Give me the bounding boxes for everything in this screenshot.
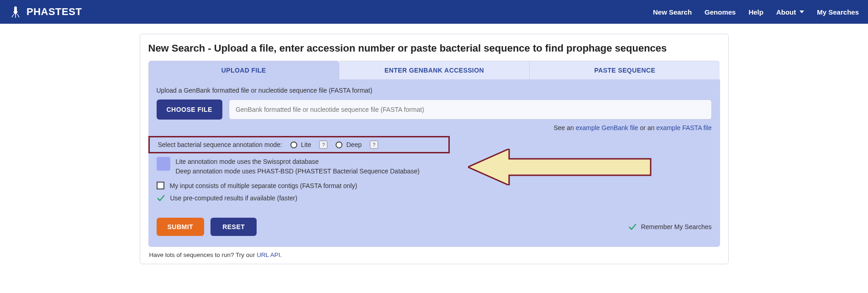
mode-info: Lite annotation mode uses the Swissprot … <box>157 157 712 176</box>
contigs-row: My input consists of multiple separate c… <box>157 182 712 189</box>
tab-enter-accession[interactable]: ENTER GENBANK ACCESSION <box>339 61 529 79</box>
file-path-input[interactable] <box>229 99 712 120</box>
phage-icon <box>9 5 22 18</box>
search-card: New Search - Upload a file, enter access… <box>140 34 729 264</box>
nav: New Search Genomes Help About My Searche… <box>653 8 859 16</box>
button-row: SUBMIT RESET Remember My Searches <box>157 218 712 236</box>
upload-panel: Upload a GenBank formatted file or nucle… <box>148 79 720 247</box>
logo[interactable]: PHASTEST <box>9 5 82 18</box>
choose-file-button[interactable]: CHOOSE FILE <box>157 99 222 120</box>
radio-lite-label: Lite <box>301 141 311 148</box>
example-links: See an example GenBank file or an exampl… <box>157 124 712 131</box>
check-icon[interactable] <box>628 223 637 231</box>
radio-deep-wrap: Deep <box>336 141 361 148</box>
annotation-mode-label: Select bacterial sequence annotation mod… <box>158 141 282 148</box>
url-api-link[interactable]: URL API <box>257 251 280 258</box>
upload-instruction: Upload a GenBank formatted file or nucle… <box>157 87 712 94</box>
radio-deep-label: Deep <box>346 141 361 148</box>
radio-lite[interactable] <box>290 141 297 148</box>
remember-label: Remember My Searches <box>641 223 712 230</box>
example-fasta-link[interactable]: example FASTA file <box>656 124 711 131</box>
footer-note: Have lots of sequences to run? Try our U… <box>148 251 720 258</box>
example-genbank-link[interactable]: example GenBank file <box>576 124 638 131</box>
info-swatch-icon <box>157 157 170 171</box>
page-title: New Search - Upload a file, enter access… <box>148 42 720 54</box>
contigs-checkbox[interactable] <box>157 182 164 189</box>
reset-button[interactable]: RESET <box>210 218 257 236</box>
submit-button[interactable]: SUBMIT <box>157 218 205 236</box>
file-row: CHOOSE FILE <box>157 99 712 120</box>
main: New Search - Upload a file, enter access… <box>0 24 868 269</box>
nav-new-search[interactable]: New Search <box>653 8 692 16</box>
radio-deep[interactable] <box>336 141 342 148</box>
tab-upload-file[interactable]: UPLOAD FILE <box>148 61 339 79</box>
precomputed-row: Use pre-computed results if available (f… <box>157 194 712 202</box>
nav-genomes[interactable]: Genomes <box>705 8 736 16</box>
tabs: UPLOAD FILE ENTER GENBANK ACCESSION PAST… <box>148 61 720 79</box>
annotation-mode-row: Select bacterial sequence annotation mod… <box>148 136 450 153</box>
svg-line-3 <box>17 14 19 17</box>
nav-help[interactable]: Help <box>748 8 763 16</box>
check-icon[interactable] <box>157 194 165 202</box>
mode-info-text: Lite annotation mode uses the Swissprot … <box>176 157 420 176</box>
help-lite-button[interactable]: ? <box>319 141 327 149</box>
chevron-down-icon <box>800 10 804 13</box>
annotation-mode-highlight: Select bacterial sequence annotation mod… <box>148 136 450 153</box>
contigs-label: My input consists of multiple separate c… <box>170 182 358 189</box>
help-deep-button[interactable]: ? <box>370 141 378 149</box>
nav-about[interactable]: About <box>776 8 804 16</box>
brand-text: PHASTEST <box>26 6 82 18</box>
svg-line-1 <box>12 14 14 17</box>
header-bar: PHASTEST New Search Genomes Help About M… <box>0 0 868 24</box>
remember-wrap: Remember My Searches <box>628 223 712 231</box>
tab-paste-sequence[interactable]: PASTE SEQUENCE <box>529 61 720 79</box>
precomputed-label: Use pre-computed results if available (f… <box>170 194 298 202</box>
nav-my-searches[interactable]: My Searches <box>817 8 859 16</box>
radio-lite-wrap: Lite <box>290 141 311 148</box>
